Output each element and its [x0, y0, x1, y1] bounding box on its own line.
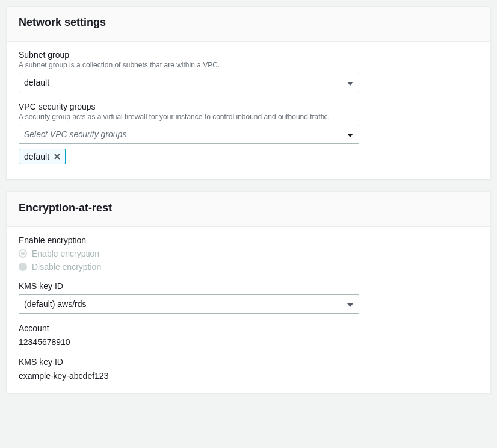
kms-key-select-wrapper: (default) aws/rds — [19, 294, 359, 314]
network-settings-panel: Network settings Subnet group A subnet g… — [6, 6, 491, 179]
subnet-group-label: Subnet group — [19, 50, 478, 60]
enable-encryption-radio-disable[interactable]: Disable encryption — [19, 262, 478, 272]
vpc-security-groups-placeholder: Select VPC security groups — [24, 129, 126, 139]
network-settings-body: Subnet group A subnet group is a collect… — [7, 42, 490, 179]
close-icon[interactable] — [53, 152, 61, 161]
kms-key-select[interactable]: (default) aws/rds — [19, 294, 359, 314]
subnet-group-description: A subnet group is a collection of subnet… — [19, 61, 478, 69]
kms-key-select-field: KMS key ID (default) aws/rds — [19, 281, 478, 314]
network-settings-header: Network settings — [7, 7, 490, 42]
vpc-security-group-token: default — [19, 149, 66, 164]
subnet-group-field: Subnet group A subnet group is a collect… — [19, 50, 478, 92]
enable-encryption-field: Enable encryption Enable encryption Disa… — [19, 235, 478, 272]
enable-encryption-radio-group: Enable encryption Disable encryption — [19, 249, 478, 272]
enable-encryption-label: Enable encryption — [19, 235, 478, 245]
disable-encryption-option-label: Disable encryption — [32, 262, 101, 272]
encryption-body: Enable encryption Enable encryption Disa… — [7, 227, 490, 393]
network-settings-title: Network settings — [19, 16, 478, 29]
subnet-group-select-value: default — [24, 78, 49, 87]
kms-key-select-value: (default) aws/rds — [24, 299, 86, 309]
account-label: Account — [19, 323, 478, 333]
vpc-security-groups-tokens: default — [19, 149, 478, 164]
vpc-security-groups-description: A security group acts as a virtual firew… — [19, 113, 478, 121]
vpc-security-group-token-label: default — [24, 152, 49, 161]
account-field: Account 12345678910 — [19, 323, 478, 347]
vpc-security-groups-field: VPC security groups A security group act… — [19, 102, 478, 164]
encryption-title: Encryption-at-rest — [19, 202, 478, 214]
enable-encryption-option-label: Enable encryption — [32, 249, 99, 258]
vpc-security-groups-select-wrapper: Select VPC security groups — [19, 125, 359, 144]
vpc-security-groups-label: VPC security groups — [19, 102, 478, 111]
kms-key-id-label: KMS key ID — [19, 357, 478, 367]
subnet-group-select-wrapper: default — [19, 73, 359, 92]
kms-key-id-value: example-key-abcdef123 — [19, 371, 108, 381]
kms-key-select-label: KMS key ID — [19, 281, 478, 291]
radio-icon — [19, 249, 27, 258]
radio-icon — [19, 263, 27, 271]
vpc-security-groups-select[interactable]: Select VPC security groups — [19, 125, 359, 144]
encryption-header: Encryption-at-rest — [7, 192, 490, 227]
encryption-panel: Encryption-at-rest Enable encryption Ena… — [6, 191, 491, 394]
enable-encryption-radio-enable[interactable]: Enable encryption — [19, 249, 478, 258]
kms-key-id-field: KMS key ID example-key-abcdef123 — [19, 357, 478, 381]
account-value: 12345678910 — [19, 337, 70, 347]
subnet-group-select[interactable]: default — [19, 73, 359, 92]
